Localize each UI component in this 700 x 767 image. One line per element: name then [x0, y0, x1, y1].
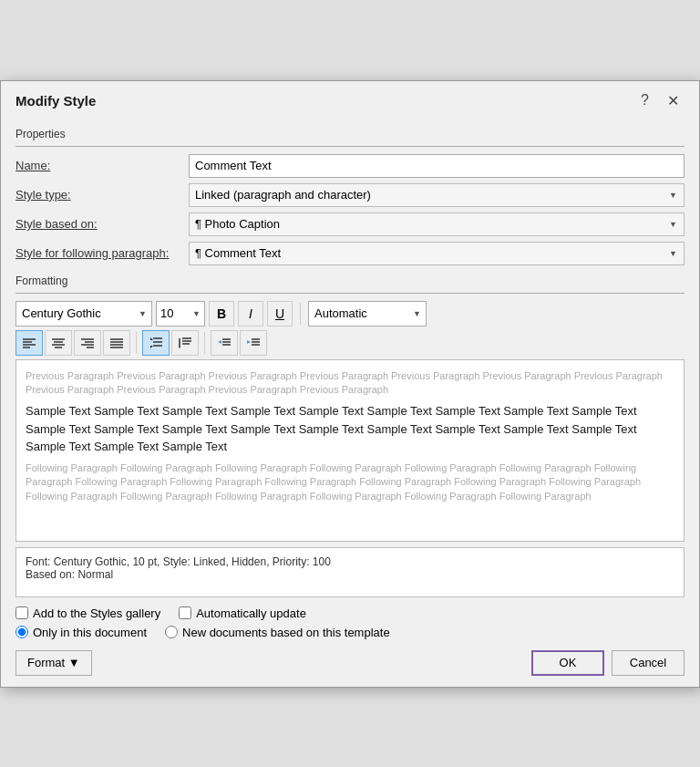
formatting-section-label: Formatting [15, 275, 685, 287]
svg-marker-20 [150, 346, 153, 348]
new-documents-radio[interactable] [165, 626, 178, 638]
radio-row: Only in this document New documents base… [15, 626, 685, 639]
increase-indent-button[interactable] [240, 330, 267, 356]
style-following-select-wrapper: ¶ Comment Text [189, 242, 685, 265]
dialog-body: Properties Name: Style type: Linked (par… [1, 128, 699, 687]
preview-sample-text: Sample Text Sample Text Sample Text Samp… [26, 402, 674, 456]
style-desc-line1: Font: Century Gothic, 10 pt, Style: Link… [26, 555, 674, 568]
align-right-icon [80, 337, 95, 349]
bold-button[interactable]: B [209, 301, 234, 326]
align-separator2 [204, 332, 205, 354]
new-documents-label[interactable]: New documents based on this template [165, 626, 390, 639]
style-type-value: Linked (paragraph and character) [189, 183, 685, 207]
preview-previous-text: Previous Paragraph Previous Paragraph Pr… [26, 369, 674, 398]
cancel-button[interactable]: Cancel [612, 650, 685, 676]
formatting-divider [15, 293, 685, 294]
increase-indent-icon [246, 337, 261, 349]
modify-style-dialog: Modify Style ? ✕ Properties Name: Style … [0, 80, 700, 688]
format-separator [300, 303, 301, 325]
align-center-icon [51, 337, 66, 349]
style-based-select[interactable]: ¶ Photo Caption [189, 212, 685, 236]
italic-button[interactable]: I [238, 301, 263, 326]
format-row1: Century Gothic 10 B I U Automatic [15, 301, 685, 326]
bottom-row: Format ▼ OK Cancel [15, 650, 685, 676]
ok-button[interactable]: OK [531, 650, 604, 676]
decrease-indent-button[interactable] [211, 330, 238, 356]
svg-marker-19 [150, 337, 153, 340]
svg-marker-29 [218, 340, 221, 344]
align-justify-button[interactable] [103, 330, 130, 356]
preview-following-text: Following Paragraph Following Paragraph … [26, 461, 674, 503]
size-select[interactable]: 10 [156, 301, 205, 326]
align-row [15, 330, 685, 356]
line-spacing-button[interactable] [142, 330, 170, 356]
align-center-button[interactable] [45, 330, 72, 356]
size-select-wrapper: 10 [156, 301, 205, 326]
title-bar-left: Modify Style [15, 93, 96, 109]
preview-box: Previous Paragraph Previous Paragraph Pr… [15, 359, 685, 542]
align-left-button[interactable] [15, 330, 43, 356]
name-input[interactable] [189, 154, 685, 178]
close-button[interactable]: ✕ [662, 90, 685, 111]
color-select-wrapper: Automatic [308, 301, 427, 326]
style-type-select-wrapper: Linked (paragraph and character) [189, 183, 685, 207]
name-value [189, 154, 685, 178]
only-document-radio[interactable] [15, 626, 28, 638]
name-row: Name: [15, 154, 685, 178]
style-following-select[interactable]: ¶ Comment Text [189, 242, 685, 265]
align-justify-icon [109, 337, 124, 349]
align-left-icon [22, 337, 36, 349]
align-right-button[interactable] [74, 330, 101, 356]
font-select[interactable]: Century Gothic [15, 301, 152, 326]
style-type-row: Style type: Linked (paragraph and charac… [15, 183, 685, 207]
para-spacing-button[interactable] [171, 330, 199, 356]
auto-update-label[interactable]: Automatically update [179, 606, 306, 620]
style-based-row: Style based on: ¶ Photo Caption [15, 212, 685, 236]
line-spacing-icon [149, 337, 163, 349]
title-bar: Modify Style ? ✕ [1, 81, 699, 119]
style-based-value: ¶ Photo Caption [189, 212, 685, 236]
style-following-value: ¶ Comment Text [189, 242, 685, 265]
align-separator1 [136, 332, 137, 354]
properties-divider [15, 146, 685, 147]
svg-marker-33 [247, 340, 251, 344]
style-following-label: Style for following paragraph: [15, 246, 189, 260]
style-based-label: Style based on: [15, 217, 189, 231]
options-row: Add to the Styles gallery Automatically … [15, 606, 685, 620]
style-type-select[interactable]: Linked (paragraph and character) [189, 183, 685, 207]
style-desc-line2: Based on: Normal [26, 568, 674, 581]
color-select[interactable]: Automatic [308, 301, 427, 326]
only-document-label[interactable]: Only in this document [15, 626, 147, 639]
dialog-title: Modify Style [15, 93, 96, 109]
title-bar-right: ? ✕ [635, 90, 685, 111]
style-following-row: Style for following paragraph: ¶ Comment… [15, 242, 685, 265]
decrease-indent-icon [217, 337, 232, 349]
para-spacing-icon [178, 337, 192, 349]
format-button[interactable]: Format ▼ [15, 650, 92, 676]
help-button[interactable]: ? [635, 90, 654, 110]
auto-update-checkbox[interactable] [179, 606, 191, 619]
style-description-box: Font: Century Gothic, 10 pt, Style: Link… [15, 547, 685, 597]
add-to-gallery-checkbox[interactable] [15, 606, 28, 619]
style-based-select-wrapper: ¶ Photo Caption [189, 212, 685, 236]
properties-section-label: Properties [15, 128, 685, 140]
name-label: Name: [15, 159, 189, 172]
style-type-label: Style type: [15, 188, 189, 202]
underline-button[interactable]: U [267, 301, 293, 326]
ok-cancel-group: OK Cancel [531, 650, 685, 676]
font-select-wrapper: Century Gothic [15, 301, 152, 326]
add-to-gallery-label[interactable]: Add to the Styles gallery [15, 606, 160, 620]
